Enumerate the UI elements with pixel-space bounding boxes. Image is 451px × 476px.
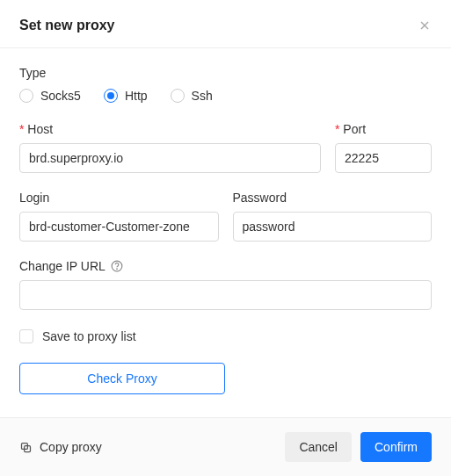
password-input[interactable] (233, 212, 433, 242)
type-label: Type (19, 66, 432, 80)
port-field: Port (335, 122, 432, 173)
radio-socks5-label: Socks5 (40, 89, 81, 103)
host-label: Host (19, 122, 321, 136)
radio-ssh[interactable]: Ssh (171, 89, 213, 103)
dialog-footer: Copy proxy Cancel Confirm (0, 417, 451, 476)
host-input[interactable] (19, 143, 321, 173)
login-password-row: Login Password (19, 191, 432, 242)
change-ip-label: Change IP URL (19, 259, 105, 273)
password-field: Password (233, 191, 433, 242)
confirm-button[interactable]: Confirm (360, 432, 432, 462)
radio-http[interactable]: Http (104, 89, 148, 103)
port-label: Port (335, 122, 432, 136)
svg-point-3 (117, 269, 118, 270)
type-radio-group: Socks5 Http Ssh (19, 89, 432, 103)
footer-buttons: Cancel Confirm (285, 432, 432, 462)
save-to-proxy-list-checkbox[interactable]: Save to proxy list (19, 329, 432, 343)
dialog-header: Set new proxy (0, 0, 451, 48)
radio-circle-icon (171, 89, 185, 103)
password-label: Password (233, 191, 433, 205)
cancel-button[interactable]: Cancel (285, 432, 352, 462)
change-ip-input[interactable] (19, 280, 432, 310)
help-icon[interactable] (111, 260, 123, 272)
radio-circle-icon (19, 89, 33, 103)
close-icon[interactable] (418, 18, 432, 32)
type-field: Type Socks5 Http Ssh (19, 66, 432, 103)
check-proxy-button[interactable]: Check Proxy (19, 363, 225, 394)
host-field: Host (19, 122, 321, 173)
login-input[interactable] (19, 212, 219, 242)
login-label: Login (19, 191, 219, 205)
copy-icon (19, 441, 33, 454)
checkbox-box-icon (19, 329, 33, 343)
copy-proxy-label: Copy proxy (40, 440, 102, 454)
radio-ssh-label: Ssh (192, 89, 213, 103)
radio-socks5[interactable]: Socks5 (19, 89, 81, 103)
host-port-row: Host Port (19, 122, 432, 173)
radio-http-label: Http (125, 89, 148, 103)
radio-circle-icon (104, 89, 118, 103)
login-field: Login (19, 191, 219, 242)
copy-proxy-button[interactable]: Copy proxy (19, 440, 102, 454)
change-ip-field: Change IP URL (19, 259, 432, 310)
save-to-proxy-list-label: Save to proxy list (42, 329, 136, 343)
port-input[interactable] (335, 143, 432, 173)
dialog-content: Type Socks5 Http Ssh Host Port (0, 48, 451, 417)
dialog-title: Set new proxy (19, 18, 114, 33)
change-ip-label-row: Change IP URL (19, 259, 432, 273)
